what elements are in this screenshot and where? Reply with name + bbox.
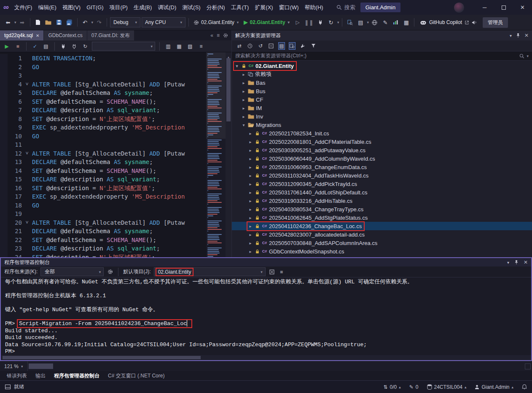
code-line[interactable]: 8SET @description = N'上架区域配置值'; [0, 115, 231, 124]
fold-icon[interactable] [22, 71, 32, 80]
code-line[interactable]: 16SET @description = N'上架区域配置值'; [0, 184, 231, 193]
execute-query-icon[interactable]: ▶ [3, 42, 11, 51]
chevron-down-icon[interactable]: ▾ [527, 54, 529, 58]
ink-edit-icon[interactable]: ✎ [381, 17, 390, 27]
tree-item[interactable]: ▸C#20250217082534_Init.cs [232, 129, 532, 137]
breakpoint-margin[interactable] [0, 71, 8, 80]
sync-with-active-document-icon[interactable]: ↺ [257, 42, 264, 50]
breakpoint-margin[interactable] [0, 149, 8, 158]
tree-item[interactable]: ▸CF [232, 95, 532, 104]
breakpoint-margin[interactable] [0, 63, 8, 72]
tree-item[interactable]: ▸依赖项 [232, 70, 532, 78]
breakpoint-margin[interactable] [0, 192, 8, 201]
breakpoint-margin[interactable] [0, 140, 8, 149]
chevron-right-icon[interactable]: ▸ [248, 190, 253, 195]
menu-item[interactable]: 分析(N) [204, 0, 228, 15]
results-to-file-icon[interactable]: ▧ [186, 42, 194, 51]
fold-icon[interactable] [22, 167, 32, 175]
git-sync-status[interactable]: ⇅ 0/0 ▴ [383, 384, 400, 390]
chevron-right-icon[interactable]: ▸ [241, 81, 246, 85]
active-files-icon[interactable]: ≡ [217, 32, 220, 38]
editor-tab[interactable]: GDbContext.cs [44, 30, 86, 40]
fold-icon[interactable] [22, 184, 32, 193]
parse-check-icon[interactable]: ✓ [31, 42, 39, 51]
editor-hscrollbar[interactable] [28, 361, 525, 371]
breakpoint-margin[interactable] [0, 80, 8, 89]
configuration-dropdown[interactable]: Debug▾ [110, 17, 140, 27]
breakpoint-margin[interactable] [0, 115, 8, 124]
external-link-icon[interactable] [465, 20, 469, 25]
pin-icon[interactable] [514, 260, 519, 265]
tree-item[interactable]: ▸C#20250403080534_ChangeTrayType.cs [232, 205, 532, 213]
chevron-right-icon[interactable]: ▸ [248, 199, 253, 203]
menu-item[interactable]: 生成(B) [131, 0, 155, 15]
solution-search-box[interactable]: 搜索解决方案资源管理器(Ctrl+;) ▾ [232, 51, 532, 61]
menu-item[interactable]: 扩展(X) [252, 0, 276, 15]
chevron-right-icon[interactable]: ▸ [248, 148, 253, 153]
tree-item[interactable]: ▸C#20250507030848_AddSAPColumnInArea.cs [232, 239, 532, 247]
package-source-dropdown[interactable]: 全部 ▾ [40, 267, 104, 276]
panel-tab[interactable]: C# 交互窗口 (.NET Core) [104, 371, 169, 380]
results-to-text-icon[interactable]: ▥ [164, 42, 172, 51]
fold-icon[interactable]: ˅ [22, 149, 32, 158]
collapse-all-icon[interactable] [268, 42, 274, 50]
chevron-right-icon[interactable]: ▸ [248, 173, 253, 178]
code-line[interactable]: 12˅ALTER TABLE [Stg_AllocateDetail] ADD … [0, 149, 231, 158]
task-list-icon[interactable]: ▤ [356, 17, 365, 27]
fold-icon[interactable] [22, 236, 32, 245]
tree-item[interactable]: ▸C#20250220081801_AddCFMaterialTable.cs [232, 137, 532, 146]
chevron-down-icon[interactable]: ▾ [510, 33, 512, 38]
breakpoint-margin[interactable] [0, 184, 8, 193]
tree-item[interactable]: ▸C#20250303005251_addPutawayValue.cs [232, 146, 532, 154]
fold-icon[interactable] [22, 63, 32, 72]
back-caret-icon[interactable]: ▾ [14, 20, 16, 24]
chevron-right-icon[interactable]: ▸ [248, 165, 253, 170]
fold-icon[interactable] [22, 158, 32, 167]
code-line[interactable]: 15DECLARE @description AS sql_variant; [0, 175, 231, 184]
notifications-bell-icon[interactable] [522, 384, 527, 390]
pending-edits-status[interactable]: ✎ 0 [409, 384, 419, 390]
chart-icon[interactable] [391, 17, 400, 27]
show-all-files-icon[interactable]: ▤ [278, 42, 285, 50]
solution-explorer-titlebar[interactable]: 解决方案资源管理器 ▾ ✕ [232, 30, 532, 40]
code-line[interactable]: 24SET @description = N'上架区域配置值'; [0, 253, 231, 258]
vertical-scrollbar[interactable]: ▴ [226, 52, 231, 257]
chevron-right-icon[interactable]: ▸ [248, 182, 253, 186]
tree-item[interactable]: ▸C#20250310060953_ChangeEnumData.cs [232, 163, 532, 171]
pin-icon[interactable] [516, 33, 520, 38]
chevron-right-icon[interactable]: ▸ [241, 89, 246, 94]
code-line[interactable]: 1BEGIN TRANSACTION; [0, 54, 231, 63]
fold-icon[interactable]: ˅ [22, 80, 32, 89]
chevron-down-icon[interactable]: ▾ [234, 64, 239, 68]
breakpoint-margin[interactable] [0, 89, 8, 97]
code-line[interactable]: 2GO [0, 63, 231, 72]
breakpoint-margin[interactable] [0, 106, 8, 115]
breakpoint-margin[interactable] [0, 123, 8, 132]
menu-item[interactable]: GIT(G) [83, 0, 106, 15]
filter-icon[interactable] [310, 42, 317, 50]
new-file-icon[interactable] [33, 17, 43, 27]
platform-dropdown[interactable]: Any CPU▾ [142, 17, 185, 27]
sqlcmd-mode-icon[interactable]: ≡ [197, 42, 205, 51]
fold-icon[interactable] [22, 192, 32, 201]
chevron-down-icon[interactable]: ▾ [241, 123, 246, 127]
preview-selected-items-icon[interactable] [289, 42, 296, 50]
announcements-icon[interactable] [472, 20, 477, 25]
results-to-grid-icon[interactable]: ▦ [175, 42, 183, 51]
menu-item[interactable]: 调试(D) [155, 0, 179, 15]
fold-icon[interactable] [22, 97, 32, 106]
tree-item[interactable]: ▸C#20250319033216_AddHisTable.cs [232, 196, 532, 205]
startup-project-dropdown[interactable]: 02.Giant.Entity ▾ [192, 19, 240, 25]
fold-icon[interactable] [22, 253, 32, 258]
cancel-query-icon[interactable]: ■ [13, 42, 22, 51]
menu-item[interactable]: 窗口(W) [276, 0, 302, 15]
chevron-right-icon[interactable]: ▸ [248, 249, 253, 254]
code-line[interactable]: 18GO [0, 201, 231, 210]
chevron-right-icon[interactable]: ▸ [248, 241, 253, 245]
chevron-right-icon[interactable]: ▸ [241, 106, 246, 110]
chevron-right-icon[interactable]: ▸ [248, 224, 253, 229]
tree-item[interactable]: ▸C#20250410062645_AddStgPlateStatus.cs [232, 213, 532, 222]
fold-icon[interactable] [22, 175, 32, 184]
code-line[interactable]: 11 [0, 140, 231, 149]
menu-item[interactable]: 测试(S) [179, 0, 203, 15]
